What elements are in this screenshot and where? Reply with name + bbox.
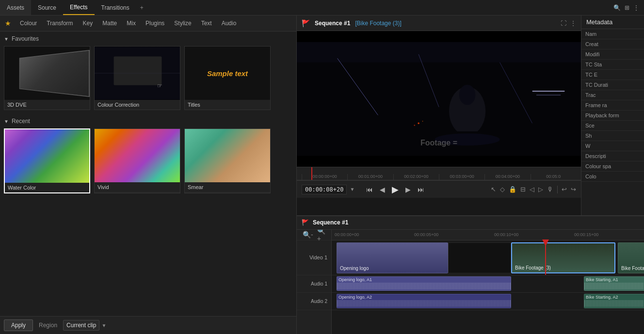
effect-smear[interactable]: Smear — [184, 128, 271, 193]
step-back-button[interactable]: ◀ — [378, 185, 387, 194]
svg-point-13 — [459, 85, 475, 105]
tab-matte[interactable]: Matte — [98, 18, 121, 28]
tab-mix[interactable]: Mix — [123, 18, 140, 28]
audio-icon[interactable]: 🎙 — [547, 186, 553, 193]
metadata-colour: Colo — [581, 172, 644, 182]
apply-button[interactable]: Apply — [4, 319, 33, 331]
center-right: 🚩 Sequence #1 [Bike Footage (3)] ⛶ ⋮ — [297, 16, 644, 334]
ctrl-icons-right: ↖ ◇ 🔒 ⊟ ◁ ▷ 🎙 ↩ ↪ — [491, 186, 576, 193]
nav-assets[interactable]: Assets — [0, 0, 31, 15]
region-selector[interactable]: Current clip ▼ — [63, 320, 106, 331]
svg-rect-1 — [114, 56, 162, 85]
audio-clip-bike-start-a2[interactable]: Bike Starting, A2 — [584, 294, 644, 308]
more-options-icon[interactable]: ⋮ — [570, 20, 576, 27]
sequence-flag-icon: 🚩 — [302, 19, 310, 27]
tab-audio[interactable]: Audio — [218, 18, 241, 28]
audio-bike-a2-wave — [584, 300, 644, 307]
ruler-mark-1: 00:01:00+00 — [347, 174, 393, 180]
nav-effects[interactable]: Effects — [63, 0, 94, 15]
clip-opening-logo[interactable]: Opening logo — [337, 242, 448, 273]
metadata-track: Trac — [581, 90, 644, 100]
track-label-video1: Video 1 — [297, 240, 331, 275]
metadata-tc-start: TC Sta — [581, 60, 644, 70]
metadata-panel: Metadata Nam Creat Modifi TC Sta TC E TC… — [581, 16, 644, 215]
cc-img: ☞ — [95, 47, 180, 100]
svg-rect-10 — [532, 91, 565, 92]
favourites-star[interactable]: ★ — [5, 19, 11, 27]
grid-icon[interactable]: ⊞ — [625, 4, 629, 11]
undo-icon[interactable]: ↩ — [562, 186, 567, 193]
effect-titles-thumb: Sample text — [185, 47, 270, 100]
svg-point-17 — [422, 121, 423, 122]
effect-3d-dve-label: 3D DVE — [4, 100, 90, 110]
clip-bike-footage-3[interactable]: Bike Footage (3) — [511, 242, 615, 273]
nav-source[interactable]: Source — [31, 0, 63, 15]
effect-water-color[interactable]: Water Color — [4, 128, 90, 193]
tab-stylize[interactable]: Stylize — [170, 18, 195, 28]
track-labels: 🔍- 🔍+ Video 1 Audio 1 Audio 2 — [297, 230, 332, 334]
zoom-out-button[interactable]: 🔍- — [301, 230, 315, 239]
audio-track-row-2: Opening logo, A2 Bike Starting, A2 — [332, 293, 644, 310]
go-to-start-button[interactable]: ⏮ — [364, 185, 375, 194]
bottom-timeline: 🚩 Sequence #1 🔍- 🔍+ Video 1 Audio 1 — [297, 215, 644, 334]
more-icon[interactable]: ⋮ — [633, 4, 639, 11]
svg-rect-5 — [297, 42, 581, 63]
apply-row: Apply Region Current clip ▼ — [0, 316, 296, 334]
effect-vivid[interactable]: Vivid — [94, 128, 180, 193]
audio-clip-bike-start-a1[interactable]: Bike Starting, A1 — [584, 276, 644, 291]
timeline-area: 🔍- 🔍+ Video 1 Audio 1 Audio 2 00:00 — [297, 230, 644, 334]
step-forward-button[interactable]: ▶ — [403, 185, 413, 194]
redo-icon[interactable]: ↪ — [571, 186, 576, 193]
region-value[interactable]: Current clip — [63, 320, 99, 331]
recent-section-header[interactable]: ▼ Recent — [4, 118, 292, 125]
cc-visual: ☞ — [95, 47, 180, 100]
timecode-display[interactable]: 00:00:08+20 — [302, 185, 347, 194]
audio-clip-opening-a1[interactable]: Opening logo, A1 — [337, 276, 511, 291]
in-point-icon[interactable]: ◁ — [530, 186, 534, 193]
favourites-section-header[interactable]: ▼ Favourites — [4, 35, 292, 42]
lock-icon[interactable]: 🔒 — [509, 186, 516, 193]
snap-icon[interactable]: ⊟ — [520, 186, 526, 193]
favourites-grid: 3D DVE ☞ — [4, 46, 292, 110]
timeline-seq-header: 🚩 Sequence #1 — [297, 216, 644, 230]
tab-plugins[interactable]: Plugins — [142, 18, 168, 28]
effect-titles[interactable]: Sample text Titles — [184, 46, 271, 110]
out-point-icon[interactable]: ▷ — [538, 186, 543, 193]
clip-bike-footage-2[interactable]: Bike Footage (2) — [618, 242, 644, 273]
clip-black[interactable] — [448, 242, 511, 273]
timeline-seq-title: Sequence #1 — [313, 219, 348, 226]
audio-opening-a1-label: Opening logo, A1 — [337, 277, 511, 283]
play-button[interactable]: ▶ — [390, 183, 401, 196]
effect-colour-correction[interactable]: ☞ Colour Correction — [94, 46, 180, 110]
top-nav: Assets Source Effects Transitions + 🔍 ⊞ … — [0, 0, 644, 16]
svg-point-16 — [418, 123, 419, 124]
preview-ruler: 00:00:00+00 00:01:00+00 00:02:00+00 00:0… — [297, 167, 581, 180]
trim-tool-icon[interactable]: ◇ — [500, 186, 505, 193]
fullscreen-icon[interactable]: ⛶ — [561, 20, 566, 27]
effect-3d-dve[interactable]: 3D DVE — [4, 46, 90, 110]
search-icon[interactable]: 🔍 — [613, 4, 621, 11]
tab-text[interactable]: Text — [197, 18, 216, 28]
nav-add-tab[interactable]: + — [136, 0, 147, 15]
select-tool-icon[interactable]: ↖ — [491, 186, 496, 193]
metadata-modified: Modifi — [581, 49, 644, 60]
tab-colour[interactable]: Colour — [16, 18, 41, 28]
tab-transform[interactable]: Transform — [43, 18, 77, 28]
effect-smear-label: Smear — [185, 182, 270, 192]
sequence-icons: ⛶ ⋮ — [561, 20, 576, 27]
nav-transitions[interactable]: Transitions — [95, 0, 136, 15]
chevron-down-icon-region: ▼ — [101, 323, 106, 328]
metadata-created: Creat — [581, 39, 644, 49]
sequence-header: 🚩 Sequence #1 [Bike Footage (3)] ⛶ ⋮ — [297, 16, 581, 31]
playback-controls: 00:00:08+20 ▼ ⏮ ◀ ▶ ▶ ⏭ ↖ ◇ 🔒 ⊟ ◁ ▷ — [297, 180, 581, 198]
audio-opening-a1-wave — [337, 283, 511, 289]
timeline-playhead — [545, 240, 546, 275]
3d-dve-visual — [19, 50, 89, 97]
tl-ruler-0: 00:00:00+00 — [335, 232, 359, 237]
audio-clip-opening-a2[interactable]: Opening logo, A2 — [337, 294, 511, 308]
tab-key[interactable]: Key — [79, 18, 97, 28]
track-label-audio1: Audio 1 — [297, 275, 331, 293]
svg-text:☞: ☞ — [157, 82, 162, 89]
metadata-description: Descripti — [581, 151, 644, 161]
go-to-end-button[interactable]: ⏭ — [416, 185, 426, 194]
